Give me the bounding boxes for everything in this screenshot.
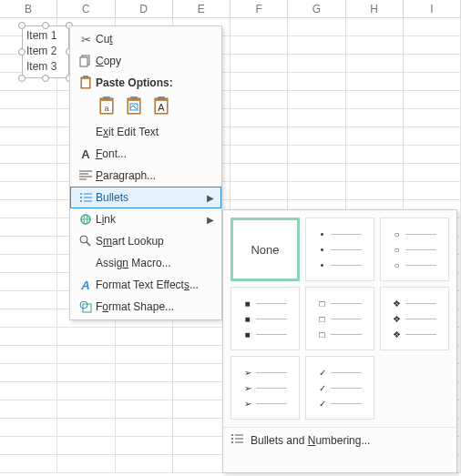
smart-lookup-icon xyxy=(76,235,96,248)
bullet-option-filled-square[interactable]: ■ ■ ■ xyxy=(230,287,300,350)
svg-rect-10 xyxy=(130,96,138,100)
resize-handle[interactable] xyxy=(42,75,49,82)
menu-smart-lookup[interactable]: Smart Lookup xyxy=(70,230,221,252)
svg-text:a: a xyxy=(104,104,108,113)
font-icon: A xyxy=(76,147,96,161)
menu-paste-options-header: Paste Options: xyxy=(70,72,221,94)
bullet-option-filled-round[interactable]: • • • xyxy=(305,218,374,281)
menu-font[interactable]: A Font... xyxy=(70,143,221,165)
svg-point-23 xyxy=(80,197,82,198)
menu-label: Exit Edit Text xyxy=(96,126,216,138)
footer-label: Bullets and Numbering... xyxy=(251,434,370,447)
menu-label: Paragraph... xyxy=(96,169,216,182)
scissors-icon: ✂ xyxy=(76,33,96,46)
textbox-line: Item 3 xyxy=(26,59,65,75)
column-headers: B C D E F G H I xyxy=(0,0,461,18)
bullet-option-none[interactable]: None xyxy=(230,218,300,281)
textbox-line: Item 1 xyxy=(26,28,65,44)
none-label: None xyxy=(251,243,279,257)
col-C[interactable]: C xyxy=(57,0,115,17)
copy-icon xyxy=(76,55,96,67)
col-D[interactable]: D xyxy=(116,0,173,17)
paste-option-keep-source[interactable]: a xyxy=(97,96,118,117)
svg-point-36 xyxy=(231,438,233,440)
menu-label: Copy xyxy=(96,55,216,67)
col-H[interactable]: H xyxy=(346,0,404,17)
svg-line-31 xyxy=(87,242,90,246)
context-menu: ✂ Cut Copy Paste Options: a A Exit Edit … xyxy=(69,25,222,320)
resize-handle[interactable] xyxy=(18,48,26,56)
text-effects-icon: A xyxy=(76,279,96,292)
menu-cut[interactable]: ✂ Cut xyxy=(70,28,221,50)
menu-label: Assign Macro... xyxy=(96,257,216,269)
menu-label: Bullets xyxy=(96,191,207,204)
bullet-option-diamond[interactable]: ❖ ❖ ❖ xyxy=(380,287,449,350)
svg-point-30 xyxy=(80,236,87,243)
menu-label: Cut xyxy=(96,33,216,46)
textbox-content[interactable]: Item 1 Item 2 Item 3 xyxy=(22,25,69,78)
menu-label: Font... xyxy=(96,147,216,160)
bullets-and-numbering[interactable]: Bullets and Numbering... xyxy=(223,427,456,452)
col-G[interactable]: G xyxy=(288,0,345,17)
svg-point-34 xyxy=(231,434,233,436)
bullet-option-check[interactable]: ✓ ✓ ✓ xyxy=(305,356,374,420)
menu-label: Format Shape... xyxy=(96,300,216,313)
bullets-gallery: None • • • ○ ○ ○ ■ ■ ■ □ □ □ ❖ ❖ ❖ ➢ ➢ xyxy=(222,209,457,473)
menu-label: Smart Lookup xyxy=(96,235,216,248)
resize-handle[interactable] xyxy=(42,22,49,29)
clipboard-icon xyxy=(76,76,96,90)
bullets-icon xyxy=(76,192,96,203)
menu-format-shape[interactable]: Format Shape... xyxy=(70,296,221,318)
link-icon xyxy=(76,213,96,226)
menu-label: Format Text Effects... xyxy=(96,279,216,291)
menu-label: Link xyxy=(96,213,207,226)
svg-rect-3 xyxy=(83,76,88,78)
menu-assign-macro[interactable]: Assign Macro... xyxy=(70,252,221,274)
submenu-arrow-icon: ▶ xyxy=(207,193,216,203)
paragraph-icon xyxy=(76,170,96,181)
menu-bullets[interactable]: Bullets ▶ xyxy=(70,187,221,208)
textbox-line: Item 2 xyxy=(26,44,65,59)
svg-rect-4 xyxy=(82,79,89,87)
resize-handle[interactable] xyxy=(18,22,26,29)
col-E[interactable]: E xyxy=(173,0,230,17)
menu-label: Paste Options: xyxy=(96,76,216,89)
menu-exit-edit-text[interactable]: Exit Edit Text xyxy=(70,121,221,143)
svg-rect-6 xyxy=(103,96,110,100)
menu-format-text-effects[interactable]: A Format Text Effects... xyxy=(70,274,221,296)
svg-text:A: A xyxy=(158,102,165,113)
format-shape-icon xyxy=(76,300,96,313)
bullet-option-arrow[interactable]: ➢ ➢ ➢ xyxy=(230,356,300,420)
menu-copy[interactable]: Copy xyxy=(70,50,221,72)
svg-point-21 xyxy=(80,193,82,195)
paste-options-row: a A xyxy=(70,94,221,121)
menu-paragraph[interactable]: Paragraph... xyxy=(70,165,221,187)
col-I[interactable]: I xyxy=(404,0,461,17)
col-B[interactable]: B xyxy=(0,0,57,17)
bullets-icon xyxy=(230,433,243,447)
resize-handle[interactable] xyxy=(18,75,26,82)
submenu-arrow-icon: ▶ xyxy=(207,215,216,225)
shape-textbox[interactable]: Item 1 Item 2 Item 3 xyxy=(22,25,69,78)
bullet-option-hollow-round[interactable]: ○ ○ ○ xyxy=(380,218,449,281)
svg-point-25 xyxy=(80,200,82,202)
bullet-option-hollow-square[interactable]: □ □ □ xyxy=(305,287,374,350)
paste-option-text-only[interactable]: A xyxy=(152,96,172,117)
svg-point-33 xyxy=(80,301,87,309)
svg-point-38 xyxy=(231,441,233,443)
svg-rect-1 xyxy=(80,57,87,66)
svg-rect-14 xyxy=(158,96,165,100)
paste-option-picture[interactable] xyxy=(125,96,145,117)
col-F[interactable]: F xyxy=(230,0,288,17)
menu-link[interactable]: Link ▶ xyxy=(70,208,221,230)
